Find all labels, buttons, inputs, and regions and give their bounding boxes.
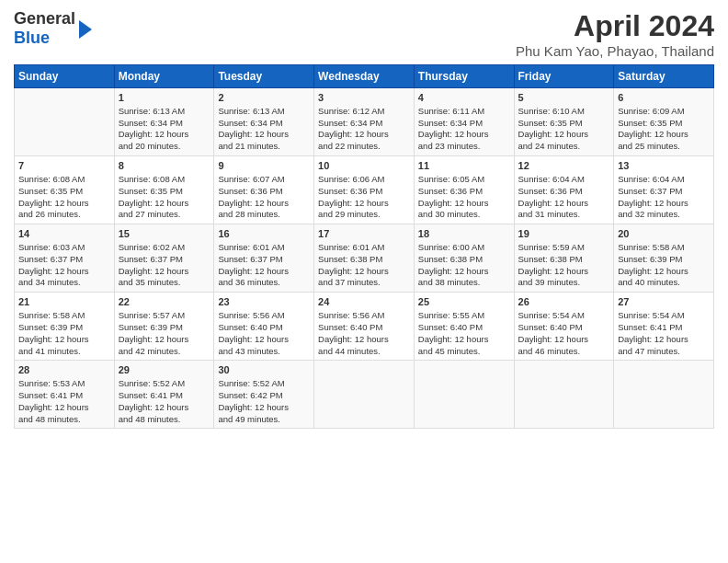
calendar-cell: 11Sunrise: 6:05 AMSunset: 6:36 PMDayligh… — [414, 156, 514, 224]
cell-text: Daylight: 12 hours — [618, 198, 710, 210]
day-number: 14 — [18, 227, 110, 241]
cell-text: and 28 minutes. — [218, 209, 310, 221]
calendar-cell: 19Sunrise: 5:59 AMSunset: 6:38 PMDayligh… — [514, 224, 614, 293]
day-number: 10 — [318, 159, 410, 173]
header-friday: Friday — [514, 65, 614, 88]
calendar-cell — [314, 361, 415, 429]
day-number: 28 — [18, 363, 110, 377]
calendar-cell: 26Sunrise: 5:54 AMSunset: 6:40 PMDayligh… — [514, 293, 614, 361]
header-tuesday: Tuesday — [214, 65, 314, 88]
day-number: 11 — [418, 159, 510, 173]
cell-text: Daylight: 12 hours — [119, 334, 210, 346]
cell-text: Sunrise: 6:04 AM — [618, 174, 710, 186]
cell-text: and 40 minutes. — [618, 277, 710, 289]
cell-text: Daylight: 12 hours — [618, 129, 710, 141]
day-number: 29 — [119, 363, 210, 377]
cell-text: and 24 minutes. — [518, 141, 610, 153]
calendar-week-row: 14Sunrise: 6:03 AMSunset: 6:37 PMDayligh… — [15, 224, 714, 293]
cell-text: Daylight: 12 hours — [218, 334, 310, 346]
cell-text: and 30 minutes. — [418, 209, 510, 221]
header-wednesday: Wednesday — [314, 65, 415, 88]
header-sunday: Sunday — [15, 65, 115, 88]
cell-text: and 36 minutes. — [218, 277, 310, 289]
day-number: 13 — [618, 159, 710, 173]
calendar-cell: 23Sunrise: 5:56 AMSunset: 6:40 PMDayligh… — [214, 293, 314, 361]
day-number: 9 — [218, 159, 310, 173]
cell-text: and 42 minutes. — [119, 346, 210, 358]
calendar-cell: 16Sunrise: 6:01 AMSunset: 6:37 PMDayligh… — [214, 224, 314, 293]
cell-text: Sunset: 6:40 PM — [218, 322, 310, 334]
cell-text: Daylight: 12 hours — [418, 334, 510, 346]
cell-text: and 25 minutes. — [618, 141, 710, 153]
calendar-cell: 27Sunrise: 5:54 AMSunset: 6:41 PMDayligh… — [614, 293, 714, 361]
cell-text: Sunrise: 5:52 AM — [119, 378, 210, 390]
cell-text: Daylight: 12 hours — [318, 334, 410, 346]
cell-text: Sunrise: 5:56 AM — [218, 310, 310, 322]
header-saturday: Saturday — [614, 65, 714, 88]
day-number: 8 — [119, 159, 210, 173]
day-number: 27 — [618, 295, 710, 309]
calendar-cell — [614, 361, 714, 429]
cell-text: Daylight: 12 hours — [618, 334, 710, 346]
logo-text: General Blue — [14, 9, 92, 48]
logo-blue: Blue — [14, 29, 75, 48]
cell-text: and 32 minutes. — [618, 209, 710, 221]
day-number: 25 — [418, 295, 510, 309]
logo: General Blue — [14, 9, 92, 48]
cell-text: Daylight: 12 hours — [119, 402, 210, 414]
day-number: 15 — [119, 227, 210, 241]
cell-text: Sunset: 6:35 PM — [18, 186, 110, 198]
cell-text: Sunrise: 6:09 AM — [618, 106, 710, 118]
cell-text: Sunset: 6:34 PM — [218, 118, 310, 130]
calendar-cell — [514, 361, 614, 429]
day-number: 16 — [218, 227, 310, 241]
cell-text: Sunset: 6:38 PM — [318, 254, 410, 266]
cell-text: Sunrise: 6:11 AM — [418, 106, 510, 118]
cell-text: Daylight: 12 hours — [418, 266, 510, 278]
cell-text: Sunset: 6:35 PM — [518, 118, 610, 130]
calendar-cell: 6Sunrise: 6:09 AMSunset: 6:35 PMDaylight… — [614, 88, 714, 156]
day-number: 4 — [418, 91, 510, 105]
cell-text: Daylight: 12 hours — [418, 129, 510, 141]
cell-text: and 21 minutes. — [218, 141, 310, 153]
cell-text: Sunrise: 6:13 AM — [119, 106, 210, 118]
logo-arrow-icon — [79, 20, 92, 39]
cell-text: Sunset: 6:39 PM — [618, 254, 710, 266]
calendar-cell: 20Sunrise: 5:58 AMSunset: 6:39 PMDayligh… — [614, 224, 714, 293]
cell-text: Sunset: 6:38 PM — [418, 254, 510, 266]
calendar-cell: 24Sunrise: 5:56 AMSunset: 6:40 PMDayligh… — [314, 293, 415, 361]
cell-text: Sunset: 6:37 PM — [119, 254, 210, 266]
calendar-cell: 9Sunrise: 6:07 AMSunset: 6:36 PMDaylight… — [214, 156, 314, 224]
calendar-week-row: 1Sunrise: 6:13 AMSunset: 6:34 PMDaylight… — [15, 88, 714, 156]
cell-text: Sunset: 6:34 PM — [318, 118, 410, 130]
cell-text: Sunrise: 5:55 AM — [418, 310, 510, 322]
day-number: 26 — [518, 295, 610, 309]
day-number: 19 — [518, 227, 610, 241]
calendar-cell: 3Sunrise: 6:12 AMSunset: 6:34 PMDaylight… — [314, 88, 415, 156]
cell-text: Sunrise: 6:04 AM — [518, 174, 610, 186]
day-number: 20 — [618, 227, 710, 241]
calendar-cell: 12Sunrise: 6:04 AMSunset: 6:36 PMDayligh… — [514, 156, 614, 224]
calendar-cell: 30Sunrise: 5:52 AMSunset: 6:42 PMDayligh… — [214, 361, 314, 429]
day-number: 1 — [119, 91, 210, 105]
calendar-cell: 25Sunrise: 5:55 AMSunset: 6:40 PMDayligh… — [414, 293, 514, 361]
day-number: 22 — [119, 295, 210, 309]
day-number: 23 — [218, 295, 310, 309]
header-thursday: Thursday — [414, 65, 514, 88]
cell-text: Sunrise: 5:53 AM — [18, 378, 110, 390]
cell-text: and 20 minutes. — [119, 141, 210, 153]
cell-text: Daylight: 12 hours — [218, 198, 310, 210]
cell-text: and 49 minutes. — [218, 414, 310, 426]
calendar-cell: 13Sunrise: 6:04 AMSunset: 6:37 PMDayligh… — [614, 156, 714, 224]
cell-text: and 48 minutes. — [18, 414, 110, 426]
cell-text: Daylight: 12 hours — [318, 198, 410, 210]
cell-text: Daylight: 12 hours — [18, 402, 110, 414]
cell-text: Sunset: 6:34 PM — [418, 118, 510, 130]
cell-text: Sunset: 6:40 PM — [318, 322, 410, 334]
day-number: 12 — [518, 159, 610, 173]
cell-text: and 35 minutes. — [119, 277, 210, 289]
calendar-week-row: 28Sunrise: 5:53 AMSunset: 6:41 PMDayligh… — [15, 361, 714, 429]
cell-text: Sunset: 6:39 PM — [119, 322, 210, 334]
cell-text: Sunset: 6:36 PM — [218, 186, 310, 198]
header-monday: Monday — [114, 65, 214, 88]
